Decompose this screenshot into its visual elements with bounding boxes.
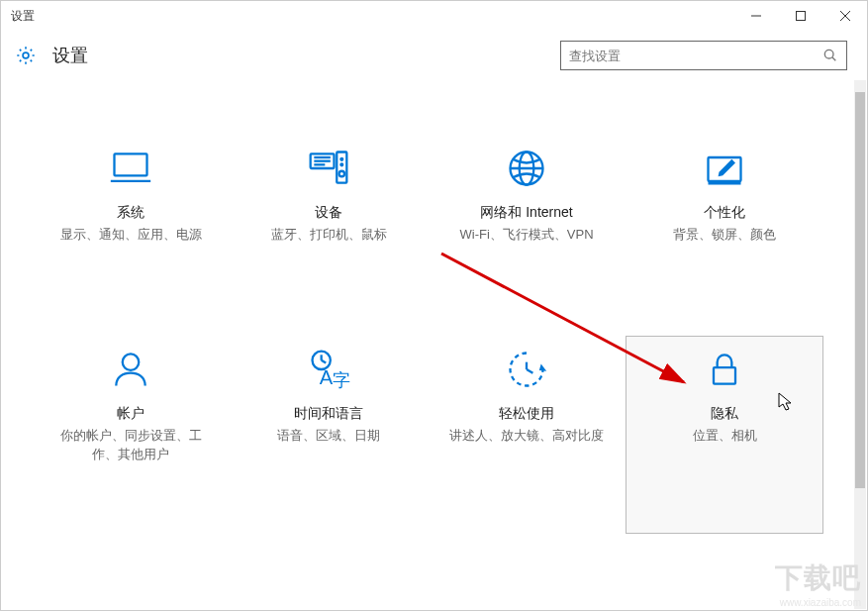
tile-title: 系统 [117,204,145,222]
window-title: 设置 [11,8,35,25]
settings-gear-icon [15,45,37,66]
header: 设置 [1,31,867,80]
svg-text:字: 字 [333,368,350,389]
search-icon [822,48,838,63]
window-titlebar: 设置 [1,1,867,31]
svg-marker-28 [539,363,546,370]
svg-point-14 [339,171,345,177]
svg-point-15 [340,158,342,160]
tile-personalization[interactable]: 个性化 背景、锁屏、颜色 [626,135,823,256]
tile-title: 轻松使用 [499,405,554,423]
tile-title: 隐私 [711,405,738,423]
tile-title: 网络和 Internet [480,204,572,222]
svg-point-4 [23,52,29,58]
svg-line-6 [832,57,835,60]
tile-system[interactable]: 系统 显示、通知、应用、电源 [32,135,230,256]
tile-subtitle: 语音、区域、日期 [271,427,386,446]
tile-title: 时间和语言 [294,405,363,423]
window-controls [733,1,867,31]
tile-title: 个性化 [704,204,745,222]
svg-line-25 [322,360,327,363]
svg-point-22 [123,354,140,370]
tile-subtitle: 你的帐户、同步设置、工作、其他用户 [42,427,220,464]
svg-point-5 [824,50,833,58]
tile-subtitle: Wi-Fi、飞行模式、VPN [453,226,599,245]
tile-grid: 系统 显示、通知、应用、电源 设备 蓝牙、打印机、鼠标 [1,135,854,610]
tile-subtitle: 讲述人、放大镜、高对比度 [443,427,610,446]
tile-privacy[interactable]: 隐私 位置、相机 [626,336,823,534]
display-icon [109,147,152,190]
svg-text:A: A [320,366,334,388]
personalize-icon [703,147,746,190]
scrollbar-thumb[interactable] [855,92,865,488]
globe-icon [505,147,548,190]
tile-title: 设备 [315,204,342,222]
tile-time-language[interactable]: A 字 时间和语言 语音、区域、日期 [230,336,428,534]
ease-icon [505,348,548,391]
settings-content: 系统 显示、通知、应用、电源 设备 蓝牙、打印机、鼠标 [1,80,854,610]
tile-title: 帐户 [117,405,145,423]
tile-subtitle: 位置、相机 [687,427,763,446]
lock-icon [703,348,746,391]
minimize-button[interactable] [733,1,778,31]
search-input[interactable] [569,49,822,63]
svg-line-30 [527,369,532,373]
search-box[interactable] [560,41,847,70]
time-language-icon: A 字 [307,348,350,391]
tile-subtitle: 蓝牙、打印机、鼠标 [265,226,393,245]
svg-rect-7 [115,153,147,175]
person-icon [109,348,152,391]
maximize-button[interactable] [778,1,822,31]
svg-rect-31 [714,367,735,384]
svg-rect-13 [337,153,346,183]
svg-rect-1 [796,12,805,21]
tile-subtitle: 显示、通知、应用、电源 [54,226,208,245]
tile-subtitle: 背景、锁屏、颜色 [667,226,782,245]
devices-icon [307,147,350,190]
tile-accounts[interactable]: 帐户 你的帐户、同步设置、工作、其他用户 [32,336,230,534]
tile-devices[interactable]: 设备 蓝牙、打印机、鼠标 [230,135,428,256]
tile-ease-of-access[interactable]: 轻松使用 讲述人、放大镜、高对比度 [428,336,626,534]
page-title: 设置 [52,44,560,67]
vertical-scrollbar[interactable] [854,80,866,609]
tile-network[interactable]: 网络和 Internet Wi-Fi、飞行模式、VPN [428,135,626,256]
svg-point-16 [340,163,342,165]
close-button[interactable] [822,1,867,31]
